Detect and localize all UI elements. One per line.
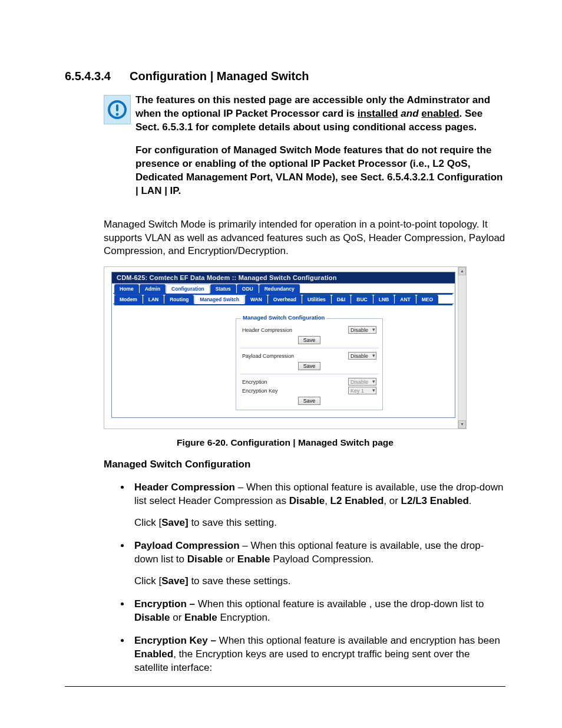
tab-meo[interactable]: MEO <box>416 295 438 304</box>
admonition-block: The features on this nested page are acc… <box>104 94 505 207</box>
section-heading: 6.5.4.3.4 Configuration | Managed Switch <box>65 70 505 83</box>
tab-d-i[interactable]: D&I <box>332 295 351 304</box>
fieldset-legend: Managed Switch Configuration <box>241 314 326 321</box>
tab-routing[interactable]: Routing <box>164 295 194 304</box>
tab-ant[interactable]: ANT <box>395 295 415 304</box>
admonition-paragraph-1: The features on this nested page are acc… <box>135 94 505 134</box>
save-button[interactable]: Save <box>298 362 321 370</box>
save-button[interactable]: Save <box>298 336 321 344</box>
tab-lnb[interactable]: LNB <box>373 295 394 304</box>
tab-row-primary: HomeAdminConfigurationStatusODURedundanc… <box>113 284 454 294</box>
encryption-label: Encryption <box>242 379 267 385</box>
tab-configuration[interactable]: Configuration <box>166 284 210 294</box>
figure-caption: Figure 6-20. Configuration | Managed Swi… <box>65 437 505 448</box>
tab-overhead[interactable]: Overhead <box>268 295 302 304</box>
encryption-key-label: Encryption Key <box>242 388 278 394</box>
admonition-paragraph-2: For configuration of Managed Switch Mode… <box>135 144 505 198</box>
payload-compression-label: Payload Compression <box>242 353 294 359</box>
tab-row-secondary: ModemLANRoutingManaged SwitchWANOverhead… <box>113 295 454 304</box>
body-paragraph: Managed Switch Mode is primarily intende… <box>104 218 505 259</box>
scrollbar[interactable]: ▲ ▼ <box>458 267 466 429</box>
encryption-key-select[interactable]: Key 1 <box>348 387 376 394</box>
section-number: 6.5.4.3.4 <box>65 70 130 83</box>
footer-rule <box>65 686 505 687</box>
save-button[interactable]: Save <box>298 397 321 405</box>
header-compression-label: Header Compression <box>242 327 292 333</box>
list-item: Payload Compression – When this optional… <box>131 539 505 588</box>
list-item: Encryption – When this optional feature … <box>131 598 505 625</box>
header-compression-select[interactable]: Disable <box>348 326 376 334</box>
subsection-heading: Managed Switch Configuration <box>104 459 505 470</box>
payload-compression-select[interactable]: Disable <box>348 352 376 360</box>
tab-status[interactable]: Status <box>210 284 236 294</box>
tab-lan[interactable]: LAN <box>143 295 164 304</box>
list-item: Header Compression – When this optional … <box>131 481 505 530</box>
attention-icon <box>104 95 131 124</box>
tab-home[interactable]: Home <box>114 284 139 294</box>
tab-utilities[interactable]: Utilities <box>302 295 331 304</box>
window-title: CDM-625: Comtech EF Data Modem :: Manage… <box>112 272 455 284</box>
bullet-list: Header Compression – When this optional … <box>119 481 505 674</box>
scroll-down-button[interactable]: ▼ <box>458 420 466 429</box>
tab-buc[interactable]: BUC <box>351 295 372 304</box>
tab-odu[interactable]: ODU <box>237 284 259 294</box>
svg-point-2 <box>116 113 119 116</box>
svg-rect-1 <box>116 104 118 111</box>
tab-modem[interactable]: Modem <box>114 295 143 304</box>
section-title: Configuration | Managed Switch <box>130 70 309 83</box>
list-item: Encryption Key – When this optional feat… <box>131 634 505 675</box>
screenshot-figure: ▲ ▼ CDM-625: Comtech EF Data Modem :: Ma… <box>104 266 467 429</box>
tab-wan[interactable]: WAN <box>245 295 267 304</box>
tab-admin[interactable]: Admin <box>140 284 166 294</box>
encryption-select[interactable]: Disable <box>348 378 376 386</box>
tab-redundancy[interactable]: Redundancy <box>259 284 300 294</box>
tab-managed-switch[interactable]: Managed Switch <box>194 295 244 304</box>
managed-switch-fieldset: Managed Switch Configuration Header Comp… <box>236 318 383 410</box>
scroll-up-button[interactable]: ▲ <box>458 267 466 275</box>
